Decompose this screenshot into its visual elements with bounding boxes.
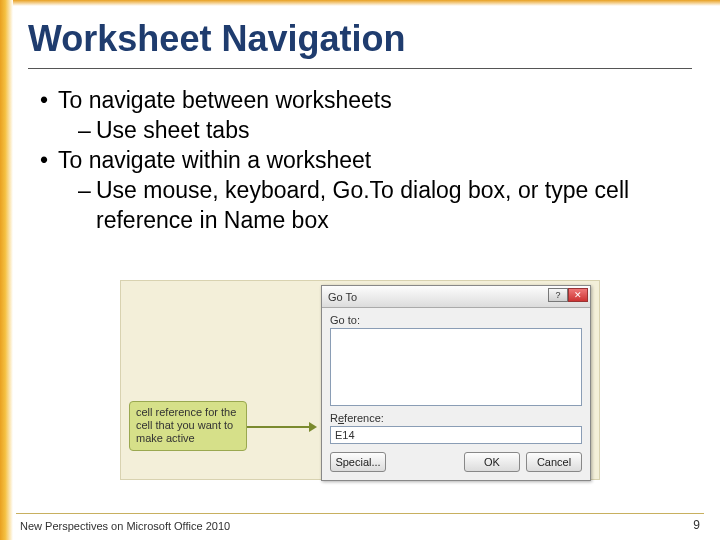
cancel-button[interactable]: Cancel: [526, 452, 582, 472]
dialog-body: Go to: Reference: Special... OK Cancel: [322, 308, 590, 480]
reference-label-post: ference:: [344, 412, 384, 424]
footer-text: New Perspectives on Microsoft Office 201…: [20, 520, 230, 532]
bullet-1-sub: Use sheet tabs: [78, 116, 680, 146]
bullet-2-sub: Use mouse, keyboard, Go.To dialog box, o…: [78, 176, 680, 236]
goto-label: Go to:: [330, 314, 582, 326]
window-buttons: ? ✕: [548, 288, 588, 302]
dialog-buttons: Special... OK Cancel: [330, 452, 582, 472]
help-button[interactable]: ?: [548, 288, 568, 302]
special-button[interactable]: Special...: [330, 452, 386, 472]
dialog-titlebar: Go To ? ✕: [322, 286, 590, 308]
close-button[interactable]: ✕: [568, 288, 588, 302]
figure-panel: cell reference for the cell that you wan…: [120, 280, 600, 480]
reference-input[interactable]: [330, 426, 582, 444]
callout-box: cell reference for the cell that you wan…: [129, 401, 247, 451]
dialog-title-text: Go To: [328, 291, 357, 303]
callout-arrow-icon: [247, 423, 317, 431]
accent-left-bar: [0, 0, 13, 540]
reference-row: [330, 426, 582, 444]
title-underline: [28, 68, 692, 69]
goto-dialog: Go To ? ✕ Go to: Reference: Special... O…: [321, 285, 591, 481]
accent-top-bar: [0, 0, 720, 6]
bullet-2: To navigate within a worksheet: [40, 146, 680, 176]
bullet-1: To navigate between worksheets: [40, 86, 680, 116]
page-number: 9: [693, 518, 700, 532]
slide-title: Worksheet Navigation: [28, 18, 405, 60]
ok-button[interactable]: OK: [464, 452, 520, 472]
goto-listbox[interactable]: [330, 328, 582, 406]
slide: Worksheet Navigation To navigate between…: [0, 0, 720, 540]
body-text: To navigate between worksheets Use sheet…: [40, 86, 680, 235]
footer-rule: [16, 513, 704, 514]
reference-label-pre: R: [330, 412, 338, 424]
reference-label: Reference:: [330, 412, 582, 424]
